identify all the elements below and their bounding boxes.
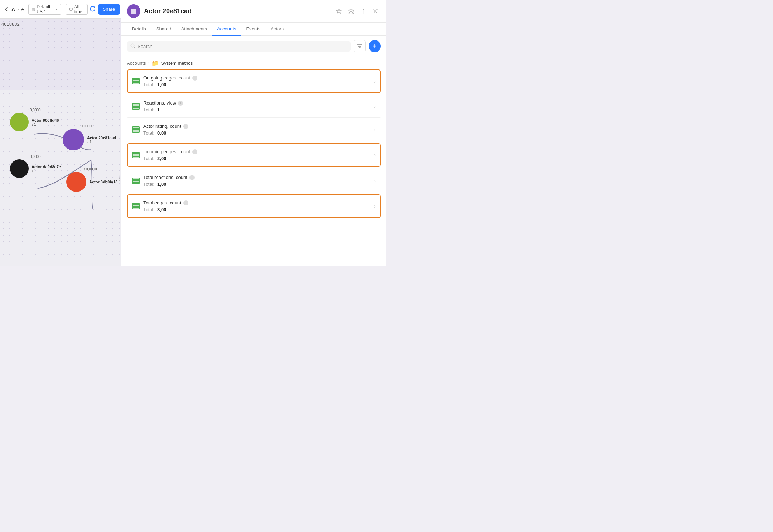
layers-button[interactable]	[346, 6, 356, 16]
node-da9d8e7c-stat-down: 1	[34, 169, 36, 173]
metric-total-reactions[interactable]: Total reactions, count i Total: 1,00 ›	[127, 169, 381, 192]
node-20e81cad-label: Actor 20e81cad	[87, 136, 116, 140]
search-area: +	[121, 36, 386, 57]
metric-total-reactions-total-label: Total:	[143, 182, 154, 187]
metric-reactions-info[interactable]: i	[178, 101, 183, 106]
metric-rating-info[interactable]: i	[183, 124, 188, 129]
close-button[interactable]	[370, 6, 381, 16]
metric-incoming-info[interactable]: i	[192, 149, 197, 154]
svg-rect-1	[70, 8, 72, 10]
add-button[interactable]: +	[369, 40, 381, 52]
metric-total-reactions-chevron: ›	[374, 178, 376, 184]
metric-total-reactions-icon	[132, 178, 140, 184]
metric-incoming-content: Incoming edges, count i Total: 2,00	[143, 149, 374, 161]
breadcrumb-home[interactable]: Accounts	[127, 61, 146, 66]
metric-outgoing-edges[interactable]: Outgoing edges, count i Total: 1,00 ›	[127, 69, 381, 93]
metric-reactions-icon	[132, 103, 140, 110]
node-20e81cad-stat-up: 0,0000	[82, 124, 93, 128]
star-button[interactable]	[333, 6, 344, 16]
panel-header: Actor 20e81cad	[121, 0, 386, 23]
node-8db0fa13-circle	[66, 172, 86, 192]
metric-reactions-view[interactable]: Reactions, view i Total: 1 ›	[127, 95, 381, 118]
metric-total-reactions-name: Total reactions, count	[143, 175, 187, 180]
node-actor-8db0fa13[interactable]: ↑ 0,0000 Actor 8db0fa13	[66, 167, 117, 192]
node-20e81cad-circle	[63, 129, 84, 150]
node-90cffd46-label: Actor 90cffd46	[32, 118, 59, 122]
node-90cffd46-stat-up: 0,0000	[30, 108, 41, 112]
more-button[interactable]	[358, 6, 369, 16]
node-90cffd46-stat-down: 1	[34, 122, 36, 126]
node-90cffd46-circle	[10, 113, 29, 131]
metric-incoming-name: Incoming edges, count	[143, 149, 190, 154]
metric-total-edges-info[interactable]: i	[183, 200, 188, 205]
metric-total-reactions-info[interactable]: i	[189, 175, 195, 180]
tab-actors[interactable]: Actors	[265, 23, 289, 36]
refresh-button[interactable]	[90, 4, 96, 15]
metric-reactions-name: Reactions, view	[143, 100, 176, 106]
metric-outgoing-total-label: Total:	[143, 82, 154, 87]
currency-dropdown[interactable]: Default, USD	[28, 4, 61, 15]
metric-outgoing-chevron: ›	[374, 78, 376, 84]
actor-avatar	[127, 4, 140, 18]
node-da9d8e7c-label: Actor da9d8e7c	[32, 165, 61, 169]
search-input-wrap[interactable]	[127, 41, 351, 52]
breadcrumb-current: System metrics	[161, 61, 193, 66]
node-actor-20e81cad[interactable]: ↑ 0,0000 Actor 20e81cad ↓ 1	[63, 124, 116, 150]
metric-rating-total-value: 0,00	[157, 130, 166, 136]
metric-outgoing-info[interactable]: i	[192, 76, 197, 81]
header-actions	[333, 6, 381, 16]
svg-point-4	[363, 11, 364, 11]
metric-total-edges[interactable]: Total edges, count i Total: 3,00 ›	[127, 194, 381, 218]
metric-outgoing-total-value: 1,00	[157, 82, 166, 87]
search-icon	[130, 43, 135, 49]
tab-attachments[interactable]: Attachments	[176, 23, 212, 36]
metric-total-reactions-content: Total reactions, count i Total: 1,00	[143, 175, 374, 187]
metric-incoming-edges[interactable]: Incoming edges, count i Total: 2,00 ›	[127, 143, 381, 167]
folder-icon: 📁	[152, 60, 159, 67]
metric-total-edges-total-value: 3,00	[157, 207, 166, 212]
font-a2-button[interactable]: A	[21, 4, 24, 15]
canvas-area: 4018882 ↑ 0,0000 Ac	[0, 19, 121, 266]
node-8db0fa13-stat-up: 0,0000	[86, 167, 97, 171]
tab-shared[interactable]: Shared	[151, 23, 176, 36]
font-a-button[interactable]: A	[11, 4, 15, 15]
share-button[interactable]: Share	[98, 4, 120, 15]
node-da9d8e7c-circle	[10, 159, 29, 178]
breadcrumb: Accounts › 📁 System metrics	[121, 57, 386, 69]
metric-rating-total-label: Total:	[143, 130, 154, 136]
metric-outgoing-icon	[132, 78, 140, 84]
tab-events[interactable]: Events	[241, 23, 265, 36]
toolbar: A › A Default, USD All time	[0, 0, 121, 19]
currency-label: Default, USD	[37, 4, 54, 14]
metric-reactions-chevron: ›	[374, 103, 376, 109]
metric-incoming-chevron: ›	[374, 152, 376, 158]
metric-reactions-total-label: Total:	[143, 107, 154, 112]
time-label: All time	[74, 4, 84, 14]
tab-details[interactable]: Details	[127, 23, 151, 36]
metric-total-reactions-total-value: 1,00	[157, 182, 166, 187]
tab-accounts[interactable]: Accounts	[212, 23, 241, 36]
back-button[interactable]	[4, 4, 9, 15]
metric-rating-content: Actor rating, count i Total: 0,00	[143, 124, 374, 136]
filter-button[interactable]	[354, 40, 366, 52]
svg-point-5	[363, 13, 364, 13]
metric-incoming-icon	[132, 152, 140, 158]
tabs-bar: Details Shared Attachments Accounts Even…	[121, 23, 386, 36]
metric-reactions-content: Reactions, view i Total: 1	[143, 100, 374, 112]
left-panel: A › A Default, USD All time	[0, 0, 121, 266]
time-filter[interactable]: All time	[66, 4, 88, 15]
breadcrumb-separator: ›	[148, 61, 149, 66]
metric-rating-icon	[132, 126, 140, 133]
metric-outgoing-name: Outgoing edges, count	[143, 75, 190, 81]
node-actor-90cffd46[interactable]: ↑ 0,0000 Actor 90cffd46 ↓ 1	[10, 108, 59, 131]
search-input[interactable]	[138, 44, 347, 49]
metric-rating-chevron: ›	[374, 127, 376, 132]
metric-total-edges-content: Total edges, count i Total: 3,00	[143, 200, 374, 212]
node-da9d8e7c-stat-up: 0,0000	[30, 155, 41, 159]
metric-total-edges-name: Total edges, count	[143, 200, 181, 205]
node-actor-da9d8e7c[interactable]: ↑ 0,0000 Actor da9d8e7c ↓ 1	[10, 155, 61, 178]
drag-handle[interactable]	[117, 174, 121, 182]
canvas-bottom[interactable]: ↑ 0,0000 Actor 90cffd46 ↓ 1	[0, 90, 121, 266]
metrics-list: Outgoing edges, count i Total: 1,00 › Re…	[121, 69, 386, 266]
metric-actor-rating[interactable]: Actor rating, count i Total: 0,00 ›	[127, 118, 381, 141]
